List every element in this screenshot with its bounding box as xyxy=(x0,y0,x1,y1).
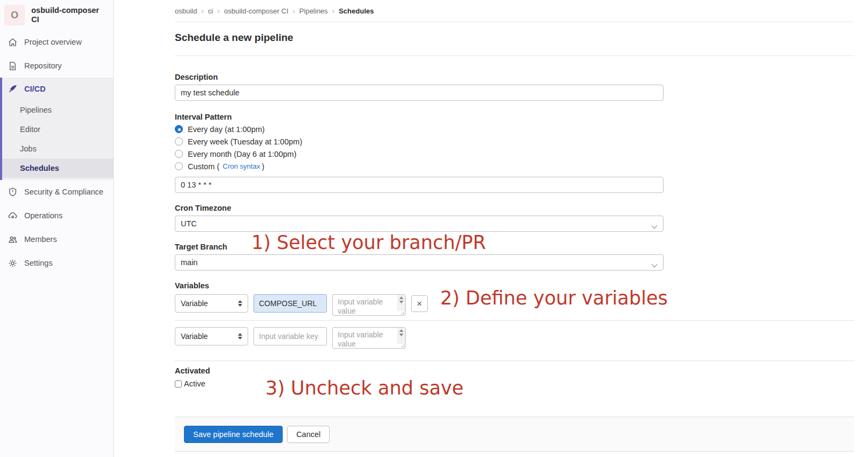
sidebar-item-label: Members xyxy=(24,235,57,244)
interval-pattern-label: Interval Pattern xyxy=(175,113,854,121)
gear-icon xyxy=(8,259,17,268)
description-input[interactable] xyxy=(175,85,664,101)
target-branch-label: Target Branch xyxy=(175,243,854,251)
variable-value-wrap xyxy=(332,294,406,316)
variable-key-input[interactable] xyxy=(254,327,327,345)
radio-label: Every day (at 1:00pm) xyxy=(188,125,265,134)
document-icon xyxy=(8,61,17,71)
shield-icon xyxy=(8,188,17,197)
divider xyxy=(175,361,854,361)
target-branch-value: main xyxy=(181,258,197,267)
sidebar-nav: Project overview Repository CI/CD Pipeli… xyxy=(0,30,113,275)
active-checkbox-label: Active xyxy=(184,379,206,388)
cron-timezone-label: Cron Timezone xyxy=(175,204,854,212)
breadcrumb-item-schedules: Schedules xyxy=(339,7,374,15)
remove-variable-button[interactable]: × xyxy=(411,295,428,312)
sidebar-item-label: Project overview xyxy=(24,38,81,46)
radio-icon[interactable] xyxy=(175,137,183,146)
sidebar-group-cicd: CI/CD Pipelines Editor Jobs Schedules xyxy=(0,78,113,180)
chevron-right-icon: › xyxy=(293,7,295,15)
activated-label: Activated xyxy=(175,366,854,375)
page-title: Schedule a new pipeline xyxy=(175,22,854,56)
updown-arrows-icon xyxy=(238,333,242,340)
users-icon xyxy=(8,235,17,244)
variable-value-textarea[interactable] xyxy=(332,327,406,349)
variable-type-value: Variable xyxy=(181,332,208,341)
variable-row: Variable xyxy=(175,327,854,349)
radio-label: Every month (Day 6 at 1:00pm) xyxy=(188,150,296,158)
sidebar-item-pipelines[interactable]: Pipelines xyxy=(2,100,113,120)
sidebar-item-project-overview[interactable]: Project overview xyxy=(0,30,113,54)
sidebar-item-schedules[interactable]: Schedules xyxy=(2,158,113,178)
cron-timezone-value: UTC xyxy=(181,219,197,228)
breadcrumb-item-ci[interactable]: ci xyxy=(208,7,213,15)
radio-custom[interactable]: Custom ( Cron syntax ) xyxy=(175,160,854,172)
sidebar-item-repository[interactable]: Repository xyxy=(0,54,113,78)
active-checkbox[interactable] xyxy=(175,380,182,387)
divider xyxy=(175,320,854,321)
sidebar-item-label: Repository xyxy=(24,61,61,70)
updown-arrows-icon xyxy=(238,300,242,307)
sidebar-item-members[interactable]: Members xyxy=(0,227,113,251)
radio-icon[interactable] xyxy=(175,162,183,170)
cron-timezone-select[interactable]: UTC xyxy=(175,216,664,232)
chevron-right-icon: › xyxy=(332,7,334,15)
scrollbar[interactable] xyxy=(397,295,405,311)
sidebar: O osbuild-composer CI Project overview R… xyxy=(0,0,114,457)
form-actions-footer: Save pipeline schedule Cancel xyxy=(175,417,854,452)
breadcrumb: osbuild › ci › osbuild-composer CI › Pip… xyxy=(175,0,854,22)
scrollbar[interactable] xyxy=(397,328,405,344)
project-avatar: O xyxy=(4,5,25,25)
radio-every-day[interactable]: Every day (at 1:00pm) xyxy=(175,123,854,135)
project-name: osbuild-composer CI xyxy=(31,6,109,25)
active-checkbox-row: Active xyxy=(175,379,854,388)
radio-selected-icon[interactable] xyxy=(175,125,183,133)
variable-type-value: Variable xyxy=(181,299,208,308)
radio-label: ) xyxy=(262,162,264,171)
variable-value-wrap xyxy=(332,327,406,349)
radio-icon[interactable] xyxy=(175,150,183,158)
save-pipeline-schedule-button[interactable]: Save pipeline schedule xyxy=(184,426,283,443)
variable-key-input[interactable] xyxy=(254,294,327,313)
cron-pattern-input[interactable] xyxy=(175,177,664,193)
radio-every-month[interactable]: Every month (Day 6 at 1:00pm) xyxy=(175,148,854,160)
sidebar-item-label: Security & Compliance xyxy=(24,188,104,196)
sidebar-item-label: Schedules xyxy=(20,164,59,172)
sidebar-item-label: CI/CD xyxy=(24,85,45,93)
sidebar-item-settings[interactable]: Settings xyxy=(0,251,113,275)
radio-every-week[interactable]: Every week (Tuesday at 1:00pm) xyxy=(175,135,854,148)
variable-value-textarea[interactable] xyxy=(332,294,406,316)
chevron-down-icon xyxy=(651,222,658,231)
breadcrumb-item-pipelines[interactable]: Pipelines xyxy=(299,7,328,15)
sidebar-item-editor[interactable]: Editor xyxy=(2,120,113,139)
rocket-icon xyxy=(8,85,17,94)
radio-label: Custom ( xyxy=(188,162,220,171)
chevron-right-icon: › xyxy=(201,7,203,15)
sidebar-item-security-compliance[interactable]: Security & Compliance xyxy=(0,180,113,204)
chevron-down-icon xyxy=(651,261,658,269)
sidebar-item-label: Pipelines xyxy=(20,106,52,114)
radio-label: Every week (Tuesday at 1:00pm) xyxy=(188,137,302,146)
variables-label: Variables xyxy=(175,281,854,290)
sidebar-item-label: Jobs xyxy=(20,144,37,153)
cloud-gear-icon xyxy=(8,211,17,220)
sidebar-item-label: Editor xyxy=(20,125,40,134)
sidebar-item-label: Settings xyxy=(24,259,52,267)
cron-syntax-link[interactable]: Cron syntax xyxy=(223,162,260,170)
breadcrumb-item-osbuild[interactable]: osbuild xyxy=(175,7,197,15)
target-branch-select[interactable]: main xyxy=(175,254,664,271)
project-header[interactable]: O osbuild-composer CI xyxy=(0,0,113,30)
home-icon xyxy=(8,38,17,47)
variable-type-select[interactable]: Variable xyxy=(175,327,248,345)
variable-type-select[interactable]: Variable xyxy=(175,294,248,313)
interval-pattern-radios: Every day (at 1:00pm) Every week (Tuesda… xyxy=(175,123,854,172)
main-area: osbuild › ci › osbuild-composer CI › Pip… xyxy=(114,0,868,457)
sidebar-item-jobs[interactable]: Jobs xyxy=(2,139,113,158)
cancel-button[interactable]: Cancel xyxy=(287,426,330,443)
variable-row: Variable × xyxy=(175,294,854,316)
chevron-right-icon: › xyxy=(217,7,220,15)
breadcrumb-item-project[interactable]: osbuild-composer CI xyxy=(224,7,288,15)
sidebar-item-label: Operations xyxy=(24,211,63,220)
sidebar-item-operations[interactable]: Operations xyxy=(0,204,113,227)
sidebar-item-cicd[interactable]: CI/CD xyxy=(2,78,113,100)
